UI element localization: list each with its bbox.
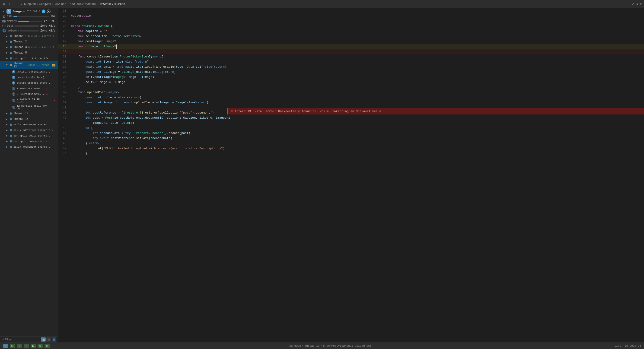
sidebar-caulk-deferred[interactable]: ▶ caulk::deferred_logger (... [0,128,58,133]
cpu-metric: CPU 10% [0,14,58,19]
grid-icon[interactable]: ⊞ [2,2,6,6]
breadcrumb-newpost[interactable]: NewPost [54,2,66,6]
line-num-37: 37 [58,90,69,95]
lines-icon[interactable]: ≡ [636,2,638,6]
subitem12-label: 12 partial apply for thu... [17,104,56,110]
breadcrumb-newpostviewmodel-1[interactable]: NewPostViewModel [70,2,96,6]
caulk1-dot [10,124,12,126]
subitem7-cross: ✕ [46,87,48,90]
thread2-label: Thread 2 [14,40,27,43]
line-num-31: 31 [58,59,69,64]
resize-icon[interactable]: ⊡ [640,2,642,6]
pause-btn[interactable]: ⏸ [3,344,8,348]
network-label: 🌐 Network [2,29,19,33]
breadcrumb-sungwon-2[interactable]: Sungwon [40,2,51,6]
forward-icon[interactable]: › [13,2,17,6]
thread13-subitem-5[interactable]: 5 _assertionFailure(_:... [0,74,58,80]
line-content-33: guard let uiImage = UIImage(data:data)el… [69,70,644,74]
status-function: 8 NewPostViewModel.uploadPost() [323,344,375,348]
sidebar-thread-3[interactable]: ▶ Thread 3 Queue:...(serial) [0,44,58,50]
thread13-subitem-6[interactable]: 6 static Storage.stora... [0,80,58,86]
error-popup-icon: ≡ [231,110,233,113]
sidebar-thread-2[interactable]: ▶ Thread 2 [0,39,58,44]
more-btn[interactable]: ⊕ [44,344,50,348]
line-content-47: print("DEBUG: Failed to upload with erro… [69,146,644,151]
disk-bar-container [15,25,39,27]
expand-icon[interactable]: ⤢ [632,2,634,6]
line-num-40: 40 [58,105,69,110]
thread13-subitem-9[interactable]: 👤 9 closure #1 in clos... ✕ [0,97,58,104]
sidebar-caulk-1[interactable]: ▶ caulk.messenger.shared... [0,122,58,128]
sidebar-thread-1[interactable]: ▶ Thread 1 Queue:...(serial) [0,33,58,39]
status-sep2: › [320,344,322,348]
line-content-42b: imageUrl, date: Date()) [69,120,644,126]
line-num-39: 39 [58,100,69,105]
code-line-32: 32 guard let data = try? await item.load… [58,64,644,70]
info-icon[interactable]: i [42,10,46,13]
toolbar-icons: ⊞ ‹ › [2,2,17,6]
thread3-label: Thread 3 [14,46,27,49]
sidebar-thread-14[interactable]: ▶ Thread 14 [0,111,58,116]
subitem8-cross: ✕ [46,92,48,96]
code-line-45: 45 try await postReference.setData(encod… [58,136,644,141]
sidebar-thread-13[interactable]: ▶ Thread 13 Queue:...rrent) ⚠ [0,61,58,69]
sidebar-caulk-3[interactable]: ▶ caulk.messenger.shared... [0,144,58,150]
line-num-36: 36 [58,85,69,90]
line-content-37: func uploadPost()async{ [69,90,644,95]
record-icon[interactable]: ● [47,10,50,13]
sidebar-thread-15[interactable]: ▶ Thread 15 [0,116,58,122]
code-line-33: 33 guard let uiImage = UIImage(data:data… [58,70,644,74]
cpu-bar [14,16,17,18]
line-num-38: 38 [58,95,69,100]
thread15-expand-arrow: ▶ [6,118,8,120]
code-line-29: 29 ≡ Thread 13: Fatal error: Unexpectedl… [58,49,644,54]
step-out-btn[interactable]: ↑ [24,344,29,348]
memory-value: 47.8 MB [44,20,56,23]
code-area[interactable]: 21 22 @Observable 23 24 class NewPostVie… [58,8,644,342]
thread13-subitem-12[interactable]: 👤 12 partial apply for thu... [0,104,58,111]
sidebar-com-uikit[interactable]: ▶ com.apple.uikit.eventfet... [0,56,58,61]
com-coremedia-label: com.apple.coremedia.im... [14,140,52,143]
line-num-26: 26 [58,34,69,39]
caulk-deferred-expand-arrow: ▶ [6,129,8,132]
line-num-45: 45 [58,136,69,141]
code-line-48: 48 } [58,151,644,156]
sidebar-app-header[interactable]: ▶ S Sungwon PID 30911 i ● [0,8,58,14]
line-num-41: 41 [58,110,69,116]
line-content-21 [69,8,644,14]
line-num-29: 29 [58,49,69,54]
memory-metric: Memory 47.8 MB [0,19,58,24]
sidebar-com-coremedia[interactable]: ▶ com.apple.coremedia.im... [0,138,58,144]
list-view-btn[interactable]: ▤ [41,338,46,342]
thread1-dot [10,35,12,37]
sidebar-thread-5[interactable]: ▶ Thread 5 [0,50,58,56]
main-layout: ▶ S Sungwon PID 30911 i ● CPU 10% [0,8,644,342]
step-over-btn[interactable]: ▷ [10,344,15,348]
back-icon[interactable]: ‹ [8,2,12,6]
status-app: Sungwon [289,344,301,348]
code-line-42b: imageUrl, date: Date()) [58,120,644,126]
grid-view-btn[interactable]: ⊞ [46,338,51,342]
person-view-btn[interactable]: 👤 [52,338,56,342]
subitem7-label: 7 NewPostViewMo... [17,87,44,90]
step-in-btn[interactable]: ↓ [17,344,22,348]
line-num-27: 27 [58,39,69,44]
status-bar: ⏸ ▷ ↓ ↑ ▶ ⚙ ⊕ Sungwon › Thread 13 › 8 Ne… [0,342,644,349]
memory-label: Memory [2,20,17,23]
subitem8-icon: 👤 [12,92,15,96]
subitem5-label: _assertionFailure(_:... [17,76,52,79]
thread13-subitem-0[interactable]: 0 _swift_runtime_on_r... [0,69,58,74]
code-lines: 21 22 @Observable 23 24 class NewPostVie… [58,8,644,156]
thread13-subitem-8[interactable]: 👤 8 NewPostViewMo... ✕ [0,91,58,97]
line-content-25: var caption = "" [69,29,644,34]
line-content-27: var postImage: Image? [69,39,644,44]
filter-input[interactable] [5,338,40,341]
thread13-subitem-7[interactable]: 👤 7 NewPostViewMo... ✕ [0,86,58,91]
subitem6-label: static Storage.stora... [17,82,52,84]
sidebar-com-audio[interactable]: ▶ com.apple.audio.IOThre... [0,133,58,138]
continue-btn[interactable]: ▶ [30,344,36,348]
line-content-46: } catch{ [69,141,644,146]
breadcrumb-sungwon-1[interactable]: Sungwon [24,2,36,6]
debug-btn[interactable]: ⚙ [38,344,43,348]
network-metric: 🌐 Network Zero KB/s [0,28,58,33]
